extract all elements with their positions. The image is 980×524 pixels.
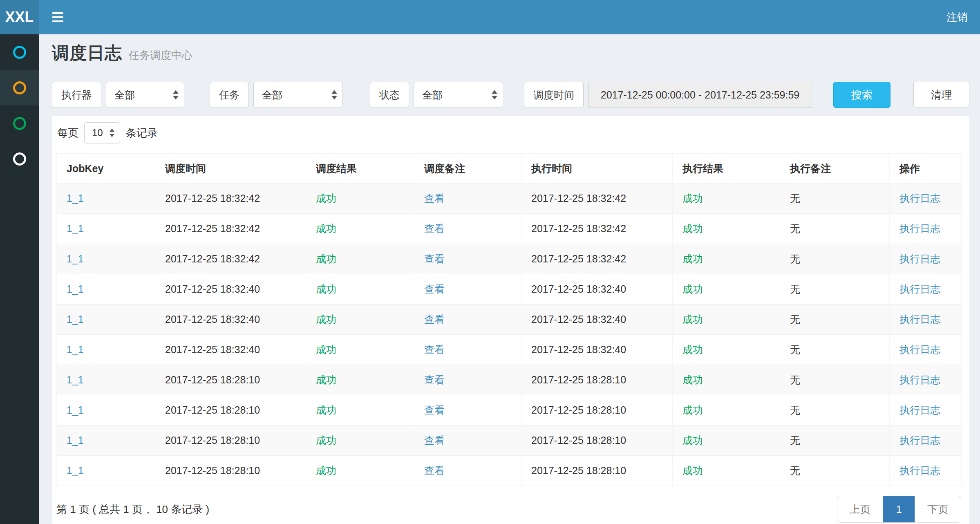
jobkey-link[interactable]: 1_1: [67, 344, 84, 355]
executor-select[interactable]: 全部: [106, 82, 184, 108]
table-body: 1_1 2017-12-25 18:32:42 成功 查看 2017-12-25…: [57, 184, 962, 486]
search-button[interactable]: 搜索: [833, 82, 891, 108]
trigger-time-cell: 2017-12-25 18:28:10: [155, 395, 306, 425]
app-logo[interactable]: XXL: [0, 0, 39, 34]
trigger-msg-link[interactable]: 查看: [424, 223, 445, 234]
circle-o-icon: [13, 117, 26, 130]
handle-result-cell: 成功: [673, 335, 780, 365]
trigger-msg-link[interactable]: 查看: [424, 434, 445, 446]
content-box: 每页 10 条记录 JobKey调度时间调度结果调度备注执行时间执行结果执行备注…: [52, 116, 969, 524]
handle-time-cell: 2017-12-25 18:28:10: [521, 395, 673, 425]
exec-log-link[interactable]: 执行日志: [899, 465, 940, 476]
column-header-0: JobKey: [57, 154, 155, 184]
jobkey-link[interactable]: 1_1: [67, 193, 84, 204]
trigger-result-cell: 成功: [306, 214, 414, 244]
handle-msg-cell: 无: [780, 365, 890, 395]
select-stepper-icon: [173, 90, 179, 100]
table-footer: 第 1 页 ( 总共 1 页， 10 条记录 ) 上页 1 下页: [56, 496, 961, 523]
handle-result-cell: 成功: [673, 425, 780, 456]
handle-msg-cell: 无: [780, 456, 890, 486]
trigger-time-cell: 2017-12-25 18:32:42: [155, 184, 306, 214]
trigger-msg-link[interactable]: 查看: [424, 404, 445, 416]
trigger-msg-link[interactable]: 查看: [424, 314, 445, 325]
exec-log-link[interactable]: 执行日志: [899, 404, 940, 416]
trigger-time-filter-group: 调度时间: [524, 82, 812, 108]
jobkey-link[interactable]: 1_1: [67, 223, 84, 234]
trigger-msg-link[interactable]: 查看: [424, 465, 445, 476]
trigger-result-cell: 成功: [306, 395, 414, 425]
table-row: 1_1 2017-12-25 18:32:42 成功 查看 2017-12-25…: [57, 184, 962, 214]
handle-time-cell: 2017-12-25 18:28:10: [521, 456, 673, 486]
clear-button[interactable]: 清理: [913, 82, 969, 108]
trigger-result-cell: 成功: [306, 244, 414, 274]
trigger-msg-link[interactable]: 查看: [424, 283, 445, 295]
logout-link[interactable]: 注销: [934, 0, 980, 34]
exec-log-link[interactable]: 执行日志: [899, 283, 940, 295]
table-row: 1_1 2017-12-25 18:32:40 成功 查看 2017-12-25…: [57, 335, 962, 365]
table-row: 1_1 2017-12-25 18:28:10 成功 查看 2017-12-25…: [57, 365, 962, 395]
current-page-button[interactable]: 1: [883, 496, 915, 522]
handle-msg-cell: 无: [780, 305, 890, 335]
exec-log-link[interactable]: 执行日志: [899, 223, 940, 234]
prev-page-button[interactable]: 上页: [837, 496, 883, 522]
trigger-time-cell: 2017-12-25 18:32:40: [155, 274, 306, 305]
sidebar-item-menu-item-2[interactable]: [0, 70, 39, 105]
trigger-result-cell: 成功: [306, 365, 414, 395]
trigger-time-cell: 2017-12-25 18:28:10: [155, 365, 306, 395]
handle-msg-cell: 无: [780, 425, 890, 456]
handle-time-cell: 2017-12-25 18:32:40: [521, 274, 673, 305]
table-row: 1_1 2017-12-25 18:28:10 成功 查看 2017-12-25…: [57, 395, 962, 425]
column-header-5: 执行结果: [673, 154, 780, 184]
select-stepper-icon: [110, 129, 114, 137]
sidebar-item-menu-item-4[interactable]: [0, 141, 39, 177]
pagination: 上页 1 下页: [837, 496, 961, 523]
exec-log-link[interactable]: 执行日志: [899, 344, 940, 355]
handle-result-cell: 成功: [673, 214, 780, 244]
jobkey-link[interactable]: 1_1: [67, 314, 84, 325]
executor-filter-label: 执行器: [52, 82, 101, 108]
trigger-msg-link[interactable]: 查看: [424, 193, 445, 204]
exec-log-link[interactable]: 执行日志: [899, 434, 940, 446]
trigger-result-cell: 成功: [306, 456, 414, 486]
page-size-row: 每页 10 条记录: [56, 122, 961, 143]
table-row: 1_1 2017-12-25 18:28:10 成功 查看 2017-12-25…: [57, 456, 962, 486]
sidebar-item-menu-item-1[interactable]: [0, 34, 39, 70]
sidebar: [0, 34, 39, 524]
exec-log-link[interactable]: 执行日志: [899, 253, 940, 264]
exec-log-link[interactable]: 执行日志: [899, 193, 940, 204]
handle-time-cell: 2017-12-25 18:32:40: [521, 335, 673, 365]
jobkey-link[interactable]: 1_1: [67, 253, 84, 264]
column-header-7: 操作: [890, 154, 962, 184]
sidebar-toggle-button[interactable]: [39, 0, 76, 34]
handle-time-cell: 2017-12-25 18:28:10: [521, 365, 673, 395]
next-page-button[interactable]: 下页: [915, 496, 961, 522]
table-row: 1_1 2017-12-25 18:32:40 成功 查看 2017-12-25…: [57, 274, 962, 305]
job-filter-label: 任务: [210, 82, 249, 108]
status-select[interactable]: 全部: [414, 82, 503, 108]
trigger-msg-link[interactable]: 查看: [424, 253, 445, 264]
trigger-time-range-input[interactable]: [588, 82, 812, 108]
pagination-info: 第 1 页 ( 总共 1 页， 10 条记录 ): [56, 502, 209, 517]
exec-log-link[interactable]: 执行日志: [899, 314, 940, 325]
handle-result-cell: 成功: [673, 395, 780, 425]
jobkey-link[interactable]: 1_1: [67, 434, 84, 446]
page-size-select[interactable]: 10: [84, 122, 120, 143]
handle-time-cell: 2017-12-25 18:28:10: [521, 425, 673, 456]
executor-filter-group: 执行器 全部: [52, 82, 184, 108]
page-title: 调度日志: [52, 42, 122, 65]
sidebar-item-menu-item-3[interactable]: [0, 105, 39, 141]
jobkey-link[interactable]: 1_1: [67, 374, 84, 385]
jobkey-link[interactable]: 1_1: [67, 404, 84, 416]
circle-o-icon: [13, 46, 26, 59]
trigger-msg-link[interactable]: 查看: [424, 374, 445, 385]
handle-time-cell: 2017-12-25 18:32:40: [521, 305, 673, 335]
executor-select-value: 全部: [114, 82, 135, 107]
handle-result-cell: 成功: [673, 365, 780, 395]
handle-msg-cell: 无: [780, 184, 890, 214]
exec-log-link[interactable]: 执行日志: [899, 374, 940, 385]
trigger-time-filter-label: 调度时间: [524, 82, 584, 108]
jobkey-link[interactable]: 1_1: [67, 465, 84, 476]
job-select[interactable]: 全部: [253, 82, 343, 108]
jobkey-link[interactable]: 1_1: [67, 283, 84, 295]
trigger-msg-link[interactable]: 查看: [424, 344, 445, 355]
